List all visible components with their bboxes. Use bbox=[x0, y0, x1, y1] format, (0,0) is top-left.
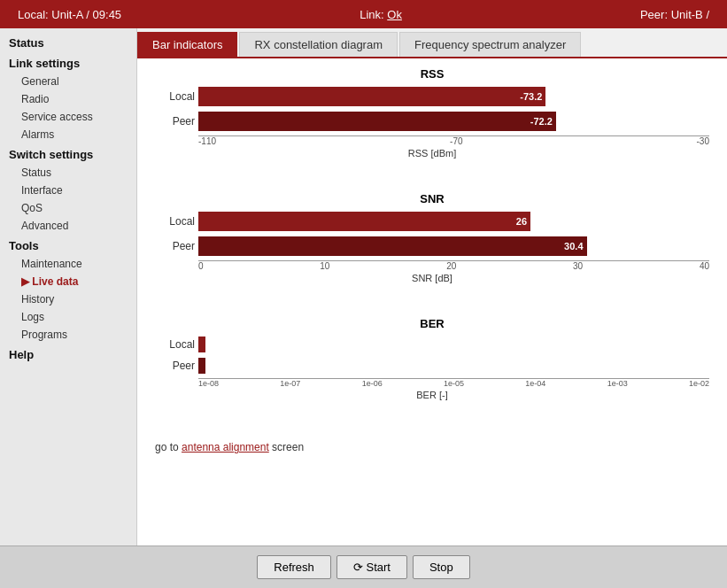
local-info: Local: Unit-A / 09:45 bbox=[18, 8, 121, 21]
rss-axis-1: -70 bbox=[450, 136, 462, 146]
sidebar-item-history[interactable]: History bbox=[0, 290, 136, 308]
ber-axis-title: BER [-] bbox=[155, 390, 709, 400]
rss-axis-0: -110 bbox=[198, 136, 216, 146]
snr-peer-value: 30.4 bbox=[564, 241, 583, 251]
rss-chart: Local -73.2 Peer -72.2 bbox=[155, 86, 709, 183]
rss-local-value: -73.2 bbox=[520, 91, 542, 102]
link-value: Ok bbox=[387, 8, 402, 21]
goto-suffix: screen bbox=[269, 441, 304, 453]
ber-section: BER Local Peer bbox=[155, 317, 709, 425]
ber-local-bar-container bbox=[198, 337, 709, 352]
ber-axis-2: 1e-06 bbox=[362, 379, 383, 388]
sidebar-item-service-access[interactable]: Service access bbox=[0, 108, 136, 126]
rss-axis-labels: -110 -70 -30 bbox=[198, 136, 709, 146]
goto-line: go to antenna alignment screen bbox=[155, 434, 709, 460]
rss-local-bar: -73.2 bbox=[198, 87, 545, 106]
goto-text: go to bbox=[155, 441, 182, 453]
rss-local-label: Local bbox=[155, 90, 195, 103]
snr-axis-3: 30 bbox=[573, 261, 583, 271]
antenna-alignment-link[interactable]: antenna alignment bbox=[182, 441, 269, 453]
stop-button[interactable]: Stop bbox=[413, 555, 470, 579]
sidebar-item-interface[interactable]: Interface bbox=[0, 182, 136, 199]
tab-frequency-spectrum[interactable]: Frequency spectrum analyzer bbox=[399, 32, 581, 57]
sidebar-item-maintenance[interactable]: Maintenance bbox=[0, 255, 136, 273]
sidebar-section-tools[interactable]: Tools bbox=[0, 235, 136, 255]
peer-label: Peer: bbox=[640, 8, 668, 21]
sidebar-section-link-settings[interactable]: Link settings bbox=[0, 52, 136, 73]
sidebar-item-logs[interactable]: Logs bbox=[0, 308, 136, 326]
ber-axis-6: 1e-02 bbox=[689, 379, 709, 388]
sidebar-item-general[interactable]: General bbox=[0, 73, 136, 90]
ber-axis-line bbox=[198, 378, 709, 379]
snr-local-bar-container: 26 bbox=[198, 212, 709, 231]
rss-local-row: Local -73.2 bbox=[155, 86, 709, 107]
ber-axis-0: 1e-08 bbox=[198, 379, 219, 388]
snr-title: SNR bbox=[155, 192, 709, 205]
snr-peer-bar: 30.4 bbox=[198, 236, 587, 256]
ber-peer-label: Peer bbox=[155, 360, 195, 372]
rss-axis-title: RSS [dBm] bbox=[155, 148, 709, 159]
sidebar-item-live-data[interactable]: Live data bbox=[0, 273, 136, 290]
rss-peer-value: -72.2 bbox=[530, 116, 553, 127]
start-button[interactable]: ⟳ Start bbox=[336, 555, 407, 579]
tabs-bar: Bar indicators RX constellation diagram … bbox=[137, 28, 727, 58]
rss-peer-label: Peer bbox=[155, 115, 195, 128]
peer-value: Unit-B / bbox=[671, 8, 709, 21]
refresh-button[interactable]: Refresh bbox=[257, 555, 331, 579]
rss-peer-row: Peer -72.2 bbox=[155, 111, 709, 132]
snr-local-value: 26 bbox=[516, 216, 527, 227]
snr-axis-1: 10 bbox=[320, 261, 329, 271]
local-label: Local: bbox=[18, 8, 49, 21]
ber-local-bar bbox=[198, 337, 205, 352]
ber-title: BER bbox=[155, 317, 709, 330]
snr-local-row: Local 26 bbox=[155, 211, 709, 232]
rss-axis-2: -30 bbox=[697, 136, 709, 146]
ber-axis-3: 1e-05 bbox=[444, 379, 464, 388]
snr-axis-4: 40 bbox=[700, 261, 709, 271]
sidebar-section-help[interactable]: Help bbox=[0, 344, 136, 364]
snr-peer-label: Peer bbox=[155, 240, 195, 252]
content-area: Bar indicators RX constellation diagram … bbox=[137, 28, 727, 545]
link-info: Link: Ok bbox=[360, 8, 402, 21]
snr-peer-row: Peer 30.4 bbox=[155, 236, 709, 257]
sidebar-section-switch-settings[interactable]: Switch settings bbox=[0, 143, 136, 164]
rss-peer-bar: -72.2 bbox=[198, 112, 556, 131]
tab-bar-indicators[interactable]: Bar indicators bbox=[137, 32, 237, 57]
ber-local-label: Local bbox=[155, 338, 195, 351]
ber-peer-row: Peer bbox=[155, 357, 709, 375]
rss-peer-bar-container: -72.2 bbox=[198, 112, 709, 131]
snr-axis-labels: 0 10 20 30 40 bbox=[198, 261, 709, 271]
snr-axis-0: 0 bbox=[198, 261, 204, 271]
ber-peer-bar bbox=[198, 358, 205, 374]
tab-rx-constellation[interactable]: RX constellation diagram bbox=[239, 32, 398, 57]
ber-chart: Local Peer 1e-08 1e-07 bbox=[155, 336, 709, 425]
sidebar: Status Link settings General Radio Servi… bbox=[0, 28, 137, 545]
snr-axis-2: 20 bbox=[446, 261, 456, 271]
sidebar-item-qos[interactable]: QoS bbox=[0, 199, 136, 217]
sidebar-item-advanced[interactable]: Advanced bbox=[0, 217, 136, 235]
local-value: Unit-A / 09:45 bbox=[51, 8, 121, 21]
snr-peer-bar-container: 30.4 bbox=[198, 236, 709, 256]
snr-local-bar: 26 bbox=[198, 212, 530, 231]
sidebar-section-status[interactable]: Status bbox=[0, 32, 136, 52]
sidebar-item-radio[interactable]: Radio bbox=[0, 90, 136, 108]
sidebar-item-alarms[interactable]: Alarms bbox=[0, 126, 136, 143]
rss-local-bar-container: -73.2 bbox=[198, 87, 709, 106]
snr-section: SNR Local 26 Peer bbox=[155, 192, 709, 308]
ber-local-row: Local bbox=[155, 336, 709, 353]
snr-local-label: Local bbox=[155, 215, 195, 228]
snr-axis-line bbox=[198, 260, 709, 261]
sidebar-item-switch-status[interactable]: Status bbox=[0, 164, 136, 182]
bottom-bar: Refresh ⟳ Start Stop bbox=[0, 545, 727, 588]
snr-chart: Local 26 Peer 30.4 bbox=[155, 211, 709, 308]
rss-axis-line bbox=[198, 135, 709, 136]
ber-axis-labels: 1e-08 1e-07 1e-06 1e-05 1e-04 1e-03 1e-0… bbox=[198, 379, 709, 388]
charts-area: RSS Local -73.2 Peer bbox=[137, 58, 727, 545]
sidebar-item-programs[interactable]: Programs bbox=[0, 326, 136, 344]
snr-axis-title: SNR [dB] bbox=[155, 273, 709, 283]
ber-axis-4: 1e-04 bbox=[525, 379, 545, 388]
peer-info: Peer: Unit-B / bbox=[640, 8, 709, 21]
rss-title: RSS bbox=[155, 67, 709, 81]
ber-axis-5: 1e-03 bbox=[607, 379, 628, 388]
ber-axis-1: 1e-07 bbox=[280, 379, 300, 388]
